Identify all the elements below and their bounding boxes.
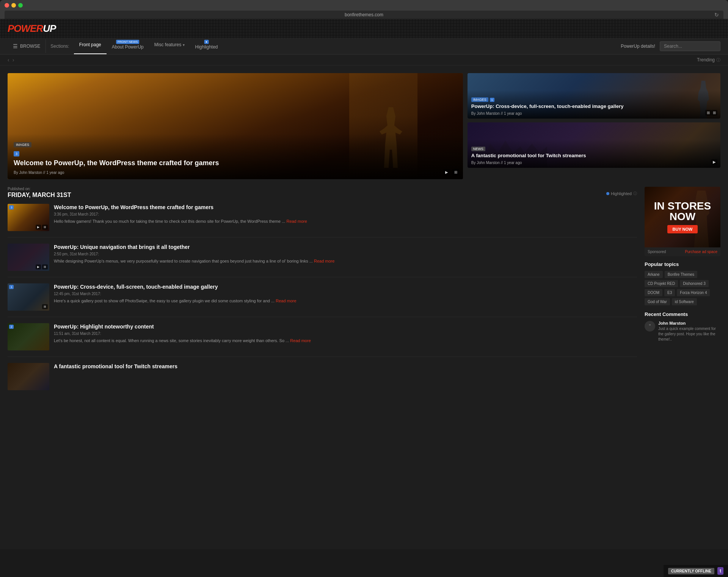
published-on-label: Published on: (8, 187, 637, 191)
recent-comments-title: Recent Comments (645, 311, 720, 317)
tab-about-label: About PowerUp (112, 44, 144, 50)
read-more-1[interactable]: Read more (286, 219, 307, 224)
topic-dishonored[interactable]: Dishonored 3 (680, 280, 708, 287)
read-more-3[interactable]: Read more (276, 299, 296, 303)
hero-main-meta: By John Marston // 1 year ago (14, 170, 457, 175)
article-title-5[interactable]: A fantastic promotional tool for Twitch … (54, 363, 637, 370)
logo[interactable]: POWERUP (8, 23, 56, 34)
browse-label: BROWSE (20, 44, 40, 49)
subnav-arrows: ‹ › (8, 57, 14, 63)
sections-label: Sections: (46, 40, 74, 53)
expand-icon[interactable]: ⊞ (452, 169, 459, 175)
close-dot[interactable] (5, 3, 9, 8)
browse-button[interactable]: ☰ BROWSE (8, 39, 46, 53)
article-thumb-1[interactable]: 3 ▶ ⊞ (8, 204, 49, 231)
hero-card-2-title: A fantastic promotional tool for Twitch … (471, 153, 717, 159)
hero-card-1-ctrl[interactable]: ⊞ (711, 110, 717, 116)
article-excerpt-1: Hello fellow gamers! Thank you so much f… (54, 218, 637, 225)
hero-card-1-meta: By John Marston // 1 year ago (471, 111, 717, 116)
article-meta-1: 3:36 pm, 31st March 2017: (54, 212, 637, 216)
article-title-4[interactable]: PowerUp: Highlight noteworthy content (54, 323, 637, 330)
search-input[interactable] (660, 41, 720, 51)
article-thumb-5[interactable] (8, 363, 49, 390)
article-thumb-2[interactable]: ▶ ⊞ (8, 244, 49, 271)
chevron-down-icon: ▾ (183, 43, 185, 47)
article-title-2[interactable]: PowerUp: Unique navigation that brings i… (54, 244, 637, 250)
tab-misc-label: Misc features (154, 42, 181, 47)
hero-card-1[interactable]: IMAGES 1 PowerUp: Cross-device, full-scr… (468, 73, 720, 119)
article-title-3[interactable]: PowerUp: Cross-device, full-screen, touc… (54, 283, 637, 290)
topic-bonfire[interactable]: Bonfire Themes (665, 271, 697, 278)
sponsored-label: Sponsored (648, 250, 666, 254)
expand-ctrl-1[interactable]: ⊞ (42, 225, 48, 230)
play-ctrl-1[interactable]: ▶ (36, 225, 41, 230)
play-icon[interactable]: ▶ (443, 169, 450, 175)
tab-highlighted-label: Highlighted (195, 44, 218, 50)
powerup-details-link[interactable]: PowerUp details! (621, 44, 655, 49)
read-more-4[interactable]: Read more (290, 338, 311, 343)
highlighted-info-icon: ⓘ (633, 191, 637, 196)
purchase-ad-link[interactable]: Purchase ad space (685, 250, 717, 254)
article-item-1: 3 ▶ ⊞ Welcome to PowerUp, the WordPress … (8, 204, 637, 238)
article-thumb-3[interactable]: 1 ⊞ (8, 283, 49, 311)
article-item-3: 1 ⊞ PowerUp: Cross-device, full-screen, … (8, 283, 637, 317)
tab-about-badge: FRONT NEWS (116, 40, 140, 44)
topic-arkane[interactable]: Arkane (645, 271, 663, 278)
topic-e3[interactable]: E3 (664, 289, 675, 296)
subnav: ‹ › Trending ⓘ (0, 55, 728, 66)
navbar: ☰ BROWSE Sections: Front page FRONT NEWS… (0, 38, 728, 55)
expand-ctrl-2[interactable]: ⊞ (42, 264, 48, 269)
article-excerpt-4: Let's be honest, not all content is equa… (54, 338, 637, 344)
hero-main-tag: IMAGES (14, 142, 31, 147)
minimize-dot[interactable] (11, 3, 16, 8)
article-thumb-4-num: 2 (9, 325, 14, 329)
browser-url: bonfirethemes.com (345, 12, 383, 17)
quote-icon: " (649, 323, 651, 329)
info-icon: ⓘ (716, 57, 720, 63)
hero-card-2-ctrl[interactable]: ▶ (711, 159, 717, 165)
tab-highlighted-badge: ● (204, 40, 209, 44)
nav-tabs: Front page FRONT NEWS About PowerUp Misc… (74, 38, 223, 54)
trending-label: Trending (697, 57, 715, 63)
topic-gow[interactable]: God of War (645, 298, 670, 305)
article-title-1[interactable]: Welcome to PowerUp, the WordPress theme … (54, 204, 637, 211)
highlighted-badge: Highlighted ⓘ (606, 191, 637, 196)
app-container: POWERUP ☰ BROWSE Sections: Front page FR… (0, 19, 728, 549)
popular-topics-title: Popular topics (645, 261, 720, 267)
topic-cdpr[interactable]: CD Projekt RED (645, 280, 678, 287)
prev-arrow[interactable]: ‹ (8, 57, 9, 63)
comment-text-1: Just a quick example comment for the gal… (658, 326, 720, 342)
tab-highlighted[interactable]: ● Highlighted (190, 38, 223, 54)
hero-main-title: Welcome to PowerUp, the WordPress theme … (14, 159, 457, 167)
topic-idsoftware[interactable]: id Software (672, 298, 697, 305)
content-area: Published on: FRIDAY, MARCH 31ST Highlig… (0, 187, 728, 410)
next-arrow[interactable]: › (13, 57, 14, 63)
trending[interactable]: Trending ⓘ (697, 57, 720, 63)
topic-doom[interactable]: DOOM (645, 289, 662, 296)
hero-section: IMAGES 3 Welcome to PowerUp, the WordPre… (0, 66, 728, 187)
expand-ctrl-3[interactable]: ⊞ (42, 304, 48, 309)
tab-front-page[interactable]: Front page (74, 38, 107, 54)
hero-card-1-expand[interactable]: ⊞ (705, 110, 711, 116)
tab-misc[interactable]: Misc features ▾ (149, 38, 190, 54)
read-more-2[interactable]: Read more (314, 259, 334, 263)
tab-about[interactable]: FRONT NEWS About PowerUp (107, 38, 149, 54)
topic-tags: Arkane Bonfire Themes CD Projekt RED Dis… (645, 271, 720, 305)
date-header: Published on: FRIDAY, MARCH 31ST Highlig… (8, 187, 637, 199)
ad-buy-button[interactable]: BUY NOW (667, 225, 698, 233)
play-ctrl-2[interactable]: ▶ (36, 264, 41, 269)
refresh-icon[interactable]: ↻ (714, 12, 719, 18)
date-big: FRIDAY, MARCH 31ST (8, 192, 637, 199)
hero-card-2[interactable]: NEWS A fantastic promotional tool for Tw… (468, 122, 720, 168)
article-content-2: PowerUp: Unique navigation that brings i… (54, 244, 637, 271)
browser-chrome: bonfirethemes.com ↻ (0, 0, 728, 19)
article-excerpt-3: Here's a quick gallery post to show off … (54, 298, 637, 304)
ad-now-text: NOW (654, 211, 711, 222)
hero-main-controls: ▶ ⊞ (443, 169, 459, 175)
hero-main[interactable]: IMAGES 3 Welcome to PowerUp, the WordPre… (8, 73, 463, 179)
article-thumb-4[interactable]: 2 (8, 323, 49, 350)
hamburger-icon: ☰ (13, 43, 18, 49)
topic-forza[interactable]: Forza Horizon 4 (677, 289, 710, 296)
maximize-dot[interactable] (18, 3, 23, 8)
article-thumb-4-image (8, 323, 49, 350)
